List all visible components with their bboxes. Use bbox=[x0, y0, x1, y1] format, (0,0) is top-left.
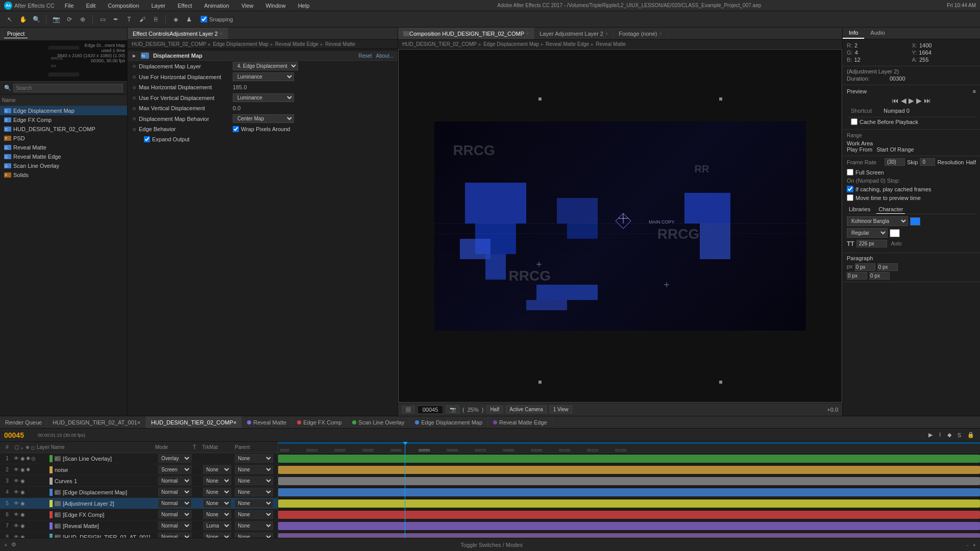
layer-row-5[interactable]: 5 👁 ◉ [Adjustment Layer 2] Normal None bbox=[0, 498, 278, 509]
mode-select-5[interactable]: Normal bbox=[158, 499, 191, 508]
eye-icon-1[interactable]: 👁 bbox=[13, 456, 19, 462]
selection-tool[interactable]: ↖ bbox=[4, 14, 15, 25]
info-tab[interactable]: Info bbox=[843, 28, 864, 39]
menu-animation[interactable]: Animation bbox=[202, 2, 231, 10]
comp-bc-3[interactable]: Reveal Matte bbox=[596, 41, 626, 47]
project-item-1[interactable]: C Edge FX Comp bbox=[0, 115, 127, 124]
snapping-checkbox[interactable] bbox=[201, 16, 207, 22]
mode-select-4[interactable]: Normal bbox=[158, 488, 191, 496]
paragraph-input-1[interactable] bbox=[855, 263, 875, 271]
prop-twirl-6[interactable]: ◇ bbox=[132, 127, 137, 132]
trkmat-select-3[interactable]: None bbox=[203, 477, 231, 485]
comp-canvas[interactable]: RRCG RRCG RRCG RR bbox=[434, 121, 806, 331]
prop-twirl-5[interactable]: ◇ bbox=[132, 116, 137, 121]
timecode-display[interactable]: 00045 bbox=[418, 406, 443, 414]
layer-row-6[interactable]: 6 👁 ◉ C [Edge FX Comp] Normal None bbox=[0, 509, 278, 520]
prop-twirl-4[interactable]: ◇ bbox=[132, 106, 137, 111]
comp-bc-0[interactable]: HUD_DESIGN_TIER_02_COMP bbox=[402, 41, 477, 47]
handle-tl[interactable] bbox=[538, 97, 542, 101]
project-item-6[interactable]: C Scan Line Overlay bbox=[0, 161, 127, 170]
move-time-checkbox[interactable] bbox=[847, 194, 853, 201]
cache-checkbox[interactable] bbox=[851, 118, 857, 125]
effect-twirl-icon[interactable]: ▶ bbox=[132, 53, 137, 58]
add-layer-btn[interactable]: + bbox=[4, 542, 7, 548]
trkmat-select-8[interactable]: None bbox=[203, 533, 231, 538]
layer-row-1[interactable]: 1 👁 ◉ ✱ ◎ C [Scan Line Overlay] Overlay bbox=[0, 453, 278, 464]
hand-tool[interactable]: ✋ bbox=[17, 14, 29, 25]
handle-bl[interactable] bbox=[538, 381, 542, 384]
comp-settings-btn[interactable]: ⚙ bbox=[11, 541, 16, 548]
next-frame-btn[interactable]: ▶ bbox=[916, 96, 922, 105]
zoom-in-btn[interactable]: + bbox=[973, 542, 976, 548]
prop-dropdown-0[interactable]: 4. Edge Displacement bbox=[233, 62, 298, 70]
menu-composition[interactable]: Composition bbox=[106, 2, 141, 10]
full-screen-checkbox[interactable] bbox=[847, 169, 853, 176]
fr-res-value[interactable]: Half bbox=[966, 159, 976, 165]
track-bar-3[interactable] bbox=[278, 477, 980, 485]
breadcrumb-item-1[interactable]: Edge Displacement Map bbox=[213, 41, 268, 47]
trkmat-select-7[interactable]: Luma bbox=[203, 521, 231, 530]
eye-icon-5[interactable]: 👁 bbox=[13, 500, 19, 507]
pan-behind[interactable]: ⊕ bbox=[77, 14, 88, 25]
eye-icon-8[interactable]: 👁 bbox=[13, 534, 19, 538]
mode-select-6[interactable]: Normal bbox=[158, 510, 191, 519]
eye-icon-2[interactable]: 👁 bbox=[13, 467, 19, 473]
prop-dropdown-5[interactable]: Center Map bbox=[233, 114, 294, 123]
prop-dropdown-1[interactable]: Luminance bbox=[233, 72, 294, 81]
play-btn[interactable]: ▶ bbox=[909, 96, 914, 105]
hud-comp-close[interactable]: × bbox=[233, 419, 236, 425]
clone-tool[interactable]: ⎘ bbox=[150, 14, 161, 25]
puppet-tool[interactable]: ♟ bbox=[183, 14, 194, 25]
parent-select-7[interactable]: None bbox=[235, 521, 273, 530]
brush-tool[interactable]: 🖌 bbox=[137, 14, 148, 25]
track-bar-1[interactable] bbox=[278, 455, 980, 463]
parent-select-6[interactable]: None bbox=[235, 510, 273, 519]
parent-select-3[interactable]: None bbox=[235, 477, 273, 485]
prev-frame-btn[interactable]: ◀ bbox=[901, 96, 906, 105]
parent-select-4[interactable]: None bbox=[235, 488, 273, 496]
project-item-2[interactable]: C HUD_DESIGN_TIER_02_COMP bbox=[0, 124, 127, 134]
add-marker-btn[interactable]: ◆ bbox=[946, 431, 953, 439]
wrap-pixels-checkbox[interactable] bbox=[233, 126, 239, 132]
prop-dropdown-3[interactable]: Luminance bbox=[233, 93, 294, 102]
comp-bc-1[interactable]: Edge Displacement Map bbox=[483, 41, 539, 47]
reveal-matte-tab[interactable]: Reveal Matte bbox=[242, 416, 292, 428]
snapshot-btn[interactable]: 📷 bbox=[446, 406, 459, 413]
prop-value-4[interactable]: 0.0 bbox=[233, 105, 394, 111]
view-count-btn[interactable]: 1 View bbox=[550, 406, 572, 413]
font-size-input[interactable] bbox=[856, 240, 887, 247]
paragraph-input-3[interactable] bbox=[847, 272, 867, 280]
track-bar-2[interactable] bbox=[278, 466, 980, 474]
hud-comp-tab[interactable]: HUD_DESIGN_TIER_02_COMP × bbox=[146, 416, 242, 428]
comp-tab-close-0[interactable]: × bbox=[526, 31, 529, 36]
mode-select-8[interactable]: Normal bbox=[158, 533, 191, 538]
prop-twirl-1[interactable]: ◇ bbox=[132, 74, 137, 80]
layer-row-4[interactable]: 4 👁 ◉ C [Edge Displacement Map] Normal N… bbox=[0, 487, 278, 498]
paragraph-input-2[interactable] bbox=[877, 263, 898, 271]
edge-disp-tab[interactable]: Edge Displacement Map bbox=[410, 416, 488, 428]
always-preview-btn[interactable] bbox=[402, 406, 414, 413]
eye-icon-4[interactable]: 👁 bbox=[13, 489, 19, 495]
reveal-edge-tab[interactable]: Reveal Matte Edge bbox=[488, 416, 553, 428]
project-item-4[interactable]: C Reveal Matte bbox=[0, 143, 127, 152]
project-tab[interactable]: Project bbox=[4, 30, 28, 38]
mode-select-3[interactable]: Normal bbox=[158, 477, 191, 485]
comp-tab-close-2[interactable]: × bbox=[659, 31, 662, 36]
font-color-swatch[interactable] bbox=[910, 217, 920, 226]
lock-btn[interactable]: 🔒 bbox=[966, 431, 976, 439]
effect-reset-btn[interactable]: Reset bbox=[358, 53, 372, 59]
effect-tab-close[interactable]: × bbox=[220, 31, 223, 36]
timeline-timecode[interactable]: 00045 bbox=[4, 431, 35, 439]
breadcrumb-item-0[interactable]: HUD_DESIGN_TIER_02_COMP bbox=[132, 41, 206, 47]
mode-select-2[interactable]: Screen bbox=[158, 465, 191, 474]
parent-select-5[interactable]: None bbox=[235, 499, 273, 508]
render-queue-tab[interactable]: Render Queue bbox=[0, 416, 47, 428]
effect-controls-tab[interactable]: Effect Controls Adjustment Layer 2 × bbox=[128, 28, 228, 39]
eye-icon-6[interactable]: 👁 bbox=[13, 512, 19, 518]
prop-twirl-2[interactable]: ◇ bbox=[132, 85, 137, 90]
comp-tab-close-1[interactable]: × bbox=[605, 31, 608, 36]
font-select[interactable]: Kohinoor Bangla bbox=[847, 216, 908, 226]
edge-fx-tab[interactable]: Edge FX Comp bbox=[292, 416, 347, 428]
toggle-graph-btn[interactable]: ⌇ bbox=[937, 431, 943, 439]
track-bar-4[interactable] bbox=[278, 488, 980, 496]
